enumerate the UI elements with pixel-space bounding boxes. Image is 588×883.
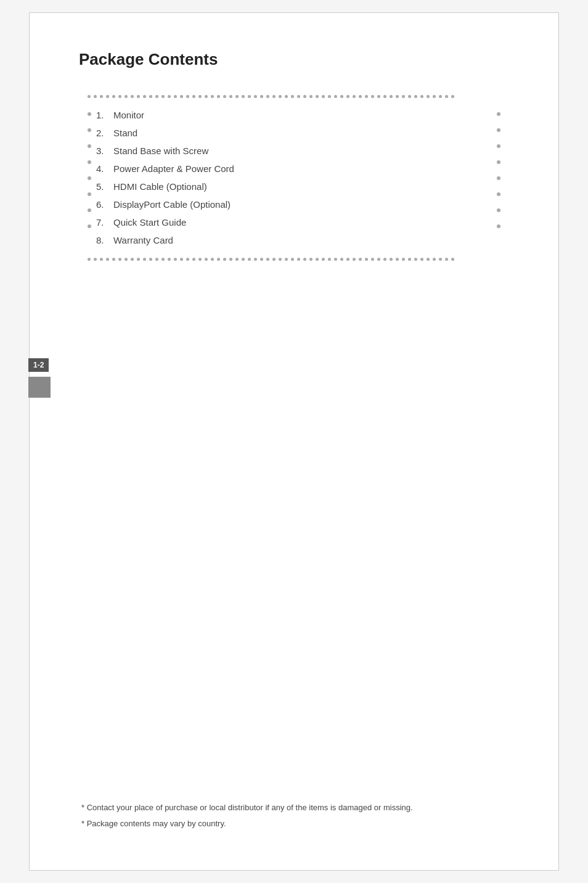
border-dot bbox=[211, 95, 214, 98]
border-dot bbox=[260, 95, 263, 98]
border-dot bbox=[149, 95, 152, 98]
item-number: 1. bbox=[96, 110, 113, 120]
border-dot bbox=[100, 258, 103, 261]
dot-row-top bbox=[88, 95, 500, 98]
footnote-text: * Package contents may vary by country. bbox=[81, 818, 226, 830]
border-dot bbox=[137, 258, 140, 261]
border-dot bbox=[205, 258, 208, 261]
right-dot bbox=[497, 128, 500, 132]
item-text: Power Adapter & Power Cord bbox=[113, 163, 234, 174]
border-dot bbox=[309, 95, 312, 98]
right-dot bbox=[497, 192, 500, 196]
border-dot bbox=[402, 95, 405, 98]
border-dot bbox=[186, 258, 189, 261]
left-dot bbox=[88, 144, 91, 148]
item-number: 7. bbox=[96, 217, 113, 228]
border-dot bbox=[112, 258, 115, 261]
border-dot bbox=[242, 258, 245, 261]
border-dot bbox=[248, 95, 251, 98]
border-dot bbox=[217, 95, 220, 98]
right-dot bbox=[497, 144, 500, 148]
border-dot bbox=[143, 95, 146, 98]
border-dot bbox=[414, 95, 417, 98]
border-dot bbox=[106, 95, 109, 98]
border-dot bbox=[260, 258, 263, 261]
border-dot bbox=[408, 95, 411, 98]
border-dot bbox=[242, 95, 245, 98]
border-dot bbox=[377, 258, 380, 261]
item-text: Quick Start Guide bbox=[113, 217, 186, 228]
footnotes: * Contact your place of purchase or loca… bbox=[79, 802, 509, 833]
list-item: 7. Quick Start Guide bbox=[96, 213, 492, 231]
border-dot bbox=[235, 258, 239, 261]
border-dot bbox=[248, 258, 251, 261]
border-dot bbox=[291, 258, 294, 261]
left-dots bbox=[88, 104, 91, 252]
border-dot bbox=[402, 258, 405, 261]
border-dot bbox=[353, 258, 356, 261]
border-dot bbox=[322, 95, 325, 98]
border-dot bbox=[420, 95, 423, 98]
border-dot bbox=[433, 258, 436, 261]
left-dot bbox=[88, 128, 91, 132]
border-dot bbox=[161, 258, 165, 261]
border-dot bbox=[353, 95, 356, 98]
border-dot bbox=[266, 95, 269, 98]
left-dot bbox=[88, 224, 91, 228]
border-dot bbox=[272, 95, 276, 98]
border-dot bbox=[346, 258, 349, 261]
item-number: 3. bbox=[96, 146, 113, 156]
border-dot bbox=[383, 95, 386, 98]
border-dot bbox=[303, 95, 306, 98]
border-dot bbox=[340, 95, 343, 98]
right-dot bbox=[497, 160, 500, 164]
border-dot bbox=[303, 258, 306, 261]
border-dot bbox=[180, 258, 183, 261]
border-dot bbox=[427, 258, 430, 261]
border-dot bbox=[235, 95, 239, 98]
item-text: HDMI Cable (Optional) bbox=[113, 181, 207, 192]
border-dot bbox=[383, 258, 386, 261]
list-item: 1. Monitor bbox=[96, 106, 492, 124]
box-inner: 1. Monitor 2. Stand 3. Stand Base with S… bbox=[88, 104, 500, 252]
top-border bbox=[88, 94, 500, 99]
border-dot bbox=[198, 95, 202, 98]
border-dot bbox=[285, 258, 288, 261]
border-dot bbox=[223, 95, 226, 98]
list-item: 8. Warranty Card bbox=[96, 231, 492, 249]
border-dot bbox=[420, 258, 423, 261]
left-dot bbox=[88, 160, 91, 164]
border-dot bbox=[168, 258, 171, 261]
border-dot bbox=[285, 95, 288, 98]
border-dot bbox=[396, 258, 399, 261]
border-dot bbox=[192, 95, 195, 98]
border-dot bbox=[254, 258, 257, 261]
left-dot bbox=[88, 112, 91, 116]
border-dot bbox=[439, 258, 442, 261]
list-item: 3. Stand Base with Screw bbox=[96, 142, 492, 160]
list-item: 5. HDMI Cable (Optional) bbox=[96, 178, 492, 195]
border-dot bbox=[316, 95, 319, 98]
border-dot bbox=[309, 258, 312, 261]
border-dot bbox=[359, 258, 362, 261]
border-dot bbox=[149, 258, 152, 261]
list-item: 2. Stand bbox=[96, 124, 492, 142]
footnote-text: * Contact your place of purchase or loca… bbox=[81, 802, 413, 814]
page-number-badge: 1-2 bbox=[28, 358, 49, 372]
border-dot bbox=[223, 258, 226, 261]
border-dot bbox=[192, 258, 195, 261]
border-dot bbox=[445, 95, 448, 98]
border-dot bbox=[180, 95, 183, 98]
border-dot bbox=[340, 258, 343, 261]
border-dot bbox=[143, 258, 146, 261]
item-text: DisplayPort Cable (Optional) bbox=[113, 199, 231, 210]
right-dot bbox=[497, 176, 500, 180]
item-number: 5. bbox=[96, 181, 113, 192]
page-number: 1-2 bbox=[33, 361, 44, 369]
border-dot bbox=[291, 95, 294, 98]
border-dot bbox=[328, 95, 331, 98]
border-dot bbox=[174, 258, 177, 261]
border-dot bbox=[322, 258, 325, 261]
border-dot bbox=[106, 258, 109, 261]
border-dot bbox=[408, 258, 411, 261]
